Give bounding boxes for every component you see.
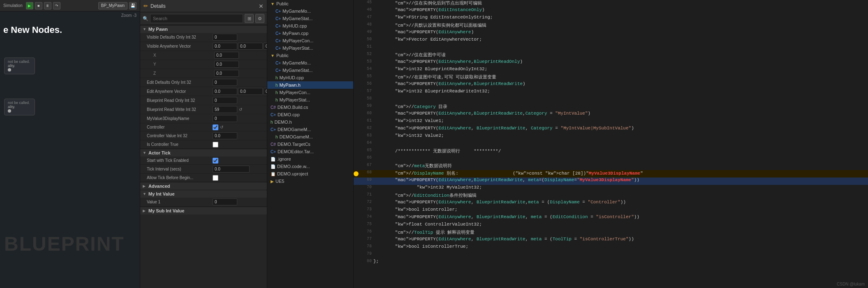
tree-item-ue5[interactable]: ▶ UE5 [267,177,353,185]
zoom-label: Zoom -3 [121,13,137,18]
code-content: "cm">//共默认设置和实例化都可以面板编辑 [373,22,865,28]
tree-item-myplayer-con[interactable]: C+ MyPlayerCon... [267,37,353,44]
step-button[interactable]: ↷ [53,2,60,9]
input-bp-readonly[interactable] [213,97,237,104]
input-controller-value[interactable] [213,132,237,139]
empty-dot [354,9,359,14]
grid-view-button[interactable]: ⊞ [245,14,254,23]
blueprint-node-1[interactable]: not be called. ality. [4,58,35,74]
blueprint-node-2[interactable]: not be called. ality. [4,99,35,115]
tree-item-myplayer-stat[interactable]: C+ MyPlayerStat... [267,44,353,52]
line-number: 78 [360,244,372,249]
section-my-int-value[interactable]: ▼ My Int Value [140,190,267,198]
input-value1[interactable] [213,198,237,205]
details-close-button[interactable]: ✕ [259,3,264,9]
code-line: 58 [354,96,868,104]
tree-item-myhud-h[interactable]: h MyHUD.cpp [267,74,353,81]
checkbox-start-tick[interactable] [213,158,218,164]
section-my-pawn[interactable]: ▼ My Pawn [140,25,267,33]
prop-label-bp-readwrite: Blueprint Read Write Int 32 [147,107,213,112]
tree-item-myhud-cpp[interactable]: C+ MyHUD.cpp [267,22,353,30]
code-line: 78 "kw">bool isControllerTrue; [354,244,868,251]
input-edit-vector-x[interactable] [213,88,237,95]
prop-value-bp-readonly [213,97,265,104]
blueprint-toolbar: Simulation ▶ ■ ⏸ ↷ BP_MyPawn 💾 [0,0,140,12]
tree-item-mygamestat-h[interactable]: C+ MyGameStat... [267,67,353,74]
tree-item-mygamestat-cpp1[interactable]: C+ MyGameStat... [267,15,353,22]
section-actor-tick[interactable]: ▼ Actor Tick [140,149,267,157]
tree-item-demogamem-h[interactable]: h DEMOGameM... [267,133,353,141]
reset-controller[interactable]: ↺ [219,125,224,129]
line-number: 55 [360,74,372,78]
checkbox-controller[interactable] [213,124,218,130]
uproject-icon: 📋 [271,172,275,176]
blueprint-name-btn[interactable]: BP_MyPawn [98,2,127,9]
stop-button[interactable]: ■ [35,2,42,9]
sub-input-y[interactable] [214,61,239,68]
empty-dot [354,68,359,73]
empty-dot [354,208,359,213]
empty-dot [354,53,359,58]
prop-controller-value: Controller Value Int 32 [140,131,267,141]
tree-item-mygamemo-h[interactable]: C+ MyGameMo... [267,59,353,67]
sub-input-z[interactable] [214,70,239,77]
line-number: 77 [360,237,372,241]
tree-item-demo-uproject[interactable]: 📋 DEMO.uproject [267,170,353,177]
line-number: 75 [360,222,372,226]
details-search-bar: 🔍 ⊞ ⚙ [140,12,267,25]
checkbox-allow-tick[interactable] [213,175,218,181]
tree-item-myplayercon-h[interactable]: h MyPlayerCon... [267,89,353,96]
tree-item-public2[interactable]: ▼ Public [267,52,353,59]
input-edit-vector-y[interactable] [238,88,263,95]
line-number: 80 [360,259,372,263]
tree-item-ignore[interactable]: 📄 .ignore [267,155,353,163]
play-button[interactable]: ▶ [26,2,33,9]
tree-item-myplayerstat-h[interactable]: h MyPlayerStat... [267,96,353,104]
prop-label-allow-tick: Allow Tick Before Begin... [147,175,213,180]
tree-item-demo-h[interactable]: h DEMO.h [267,118,353,126]
input-tick-interval[interactable] [213,166,250,173]
line-number: 61 [360,118,372,123]
details-body: ▼ My Pawn Visible Defaults Only Int 32 V… [140,25,267,288]
tree-item-mypawn-cpp[interactable]: C+ MyPawn.cpp [267,30,353,37]
pause-button[interactable]: ⏸ [44,2,51,9]
input-visible-vector-z[interactable] [264,43,267,50]
input-bp-readwrite[interactable] [213,106,237,113]
tree-item-demo-code[interactable]: 📄 DEMO.code.w... [267,163,353,170]
tree-item-label: MyPawn.h [280,83,301,88]
blueprint-save-btn[interactable]: 💾 [129,2,137,9]
input-visible-defaults[interactable] [213,34,237,41]
section-label-my-int: My Int Value [148,191,175,196]
tree-item-demo-cpp[interactable]: C+ DEMO.cpp [267,111,353,118]
search-input[interactable] [150,14,243,23]
tree-item-label: MyPlayerCon... [282,38,313,43]
line-number: 52 [360,52,372,56]
input-myvalue3[interactable] [213,115,237,122]
input-visible-vector-x[interactable] [213,43,237,50]
input-edit-vector-z[interactable] [264,88,267,95]
cpp-icon: C+ [275,9,281,14]
h-icon: h [275,76,278,80]
reset-bp-readwrite[interactable]: ↺ [238,107,243,112]
h-icon: h [275,135,278,139]
input-edit-defaults[interactable] [213,79,237,86]
tree-item-demo-editor-tar[interactable]: C+ DEMOEditor.Tar... [267,148,353,155]
tree-item-label: .ignore [277,157,291,161]
file-icon: 📄 [271,164,275,169]
empty-dot [354,60,359,65]
code-line: 66 [354,155,868,163]
sub-input-x[interactable] [214,52,239,59]
tree-item-demo-target-cs[interactable]: C# DEMO.TargetCs [267,141,353,148]
tree-item-demo-build-cs[interactable]: C# DEMO.Build.cs [267,104,353,111]
tree-item-demogamem-cpp[interactable]: C+ DEMOGameM... [267,126,353,133]
section-my-sub-int-value[interactable]: ▶ My Sub Int Value [140,207,267,214]
settings-button[interactable]: ⚙ [255,14,264,23]
h-icon: h [275,90,278,95]
section-advanced[interactable]: ▶ Advanced [140,182,267,190]
tree-item-public1[interactable]: ▼ Public [267,0,353,7]
tree-item-label: Public [276,1,289,6]
tree-item-mypawn-h[interactable]: h MyPawn.h [267,81,353,89]
tree-item-mygamemo-cpp1[interactable]: C+ MyGameMo... [267,7,353,15]
checkbox-is-controller-true[interactable] [213,142,218,147]
input-visible-vector-y[interactable] [238,43,263,50]
